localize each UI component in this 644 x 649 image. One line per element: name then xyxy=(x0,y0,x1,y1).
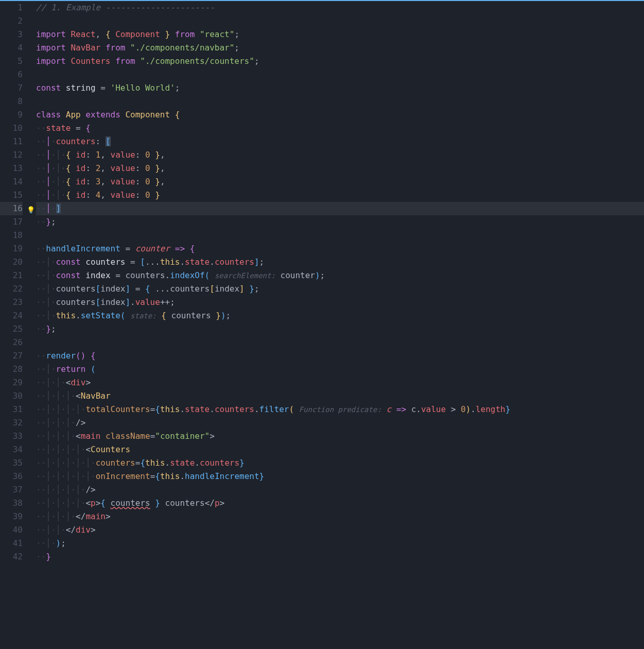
line-number: 2 xyxy=(0,14,23,28)
code-line[interactable]: ··state = { xyxy=(36,122,644,135)
line-number: 6 xyxy=(0,68,23,81)
line-number: 7 xyxy=(0,81,23,95)
code-line[interactable]: ··│·counters[index] = { ...counters[inde… xyxy=(36,282,644,296)
line-number: 28 xyxy=(0,363,23,376)
code-line[interactable]: ··│·const counters = [...this.state.coun… xyxy=(36,255,644,269)
code-line[interactable] xyxy=(36,14,644,28)
code-line[interactable]: ··} xyxy=(36,550,644,563)
code-line[interactable]: ··│·│·│·│·/> xyxy=(36,483,644,497)
line-number: 37 xyxy=(0,483,23,497)
code-line[interactable]: class App extends Component { xyxy=(36,108,644,122)
line-number: 13 xyxy=(0,162,23,175)
line-number: 22 xyxy=(0,282,23,296)
line-number: 16 xyxy=(0,202,23,215)
code-line[interactable]: ··│·return ( xyxy=(36,363,644,376)
line-number: 3 xyxy=(0,28,23,41)
code-line[interactable]: ··│·│·│·│·│·counters={this.state.counter… xyxy=(36,456,644,470)
code-line[interactable]: ··}; xyxy=(36,322,644,336)
code-line[interactable] xyxy=(36,336,644,349)
line-number: 11 xyxy=(0,135,23,148)
code-line[interactable]: ··}; xyxy=(36,215,644,229)
line-number: 9 xyxy=(0,108,23,122)
line-number: 40 xyxy=(0,523,23,537)
line-number: 4 xyxy=(0,41,23,55)
line-number: 36 xyxy=(0,470,23,483)
line-number: 34 xyxy=(0,443,23,456)
code-line[interactable] xyxy=(36,229,644,242)
line-number: 35 xyxy=(0,456,23,470)
code-line[interactable]: ··│·│·│·│·<Counters xyxy=(36,443,644,456)
code-line[interactable] xyxy=(36,95,644,108)
line-number: 10 xyxy=(0,122,23,135)
line-number: 31 xyxy=(0,403,23,416)
line-number: 27 xyxy=(0,349,23,363)
line-number: 24 xyxy=(0,309,23,322)
code-line[interactable]: ··│·this.setState( state: { counters }); xyxy=(36,309,644,322)
code-line[interactable]: ··│·│·│·<main className="container"> xyxy=(36,430,644,443)
line-number: 21 xyxy=(0,269,23,282)
line-number: 15 xyxy=(0,189,23,202)
code-line[interactable]: ··│·│·{ id: 2, value: 0 }, xyxy=(36,162,644,175)
line-number: 18 xyxy=(0,229,23,242)
code-line[interactable]: ··│·│·│·<NavBar xyxy=(36,389,644,403)
line-number: 29 xyxy=(0,376,23,389)
code-line[interactable]: const string = 'Hello World'; xyxy=(36,81,644,95)
code-line[interactable]: ··│·counters[index].value++; xyxy=(36,296,644,309)
line-number: 33 xyxy=(0,430,23,443)
line-number: 25 xyxy=(0,322,23,336)
code-line[interactable]: ··│·│·{ id: 3, value: 0 }, xyxy=(36,175,644,189)
line-number: 30 xyxy=(0,389,23,403)
code-line[interactable]: import React, { Component } from "react"… xyxy=(36,28,644,41)
code-line[interactable] xyxy=(36,68,644,81)
code-line[interactable]: ··render() { xyxy=(36,349,644,363)
line-number: 38 xyxy=(0,497,23,510)
code-line[interactable]: ··handleIncrement = counter => { xyxy=(36,242,644,255)
code-line[interactable]: ··│·│·│·│·<p>{ counters } counters</p> xyxy=(36,497,644,510)
line-number: 39 xyxy=(0,510,23,523)
code-line[interactable]: ··│·│·{ id: 1, value: 0 }, xyxy=(36,148,644,162)
line-number: 26 xyxy=(0,336,23,349)
code-line[interactable]: import NavBar from "./components/navbar"… xyxy=(36,41,644,55)
code-line[interactable]: ··│·│·│·</main> xyxy=(36,510,644,523)
lightbulb-icon[interactable]: 💡 xyxy=(27,203,35,217)
line-number-gutter: 1234567891011121314151617181920212223242… xyxy=(0,0,36,649)
code-line[interactable]: ··│·│·│·/> xyxy=(36,416,644,430)
code-line[interactable]: ··│·│·{ id: 4, value: 0 } xyxy=(36,189,644,202)
line-number: 19 xyxy=(0,242,23,255)
line-number: 23 xyxy=(0,296,23,309)
code-content[interactable]: // 1. Example ----------------------impo… xyxy=(36,0,644,649)
line-number: 42 xyxy=(0,550,23,563)
code-line[interactable]: // 1. Example ---------------------- xyxy=(36,1,644,14)
line-number: 32 xyxy=(0,416,23,430)
line-number: 17 xyxy=(0,215,23,229)
code-line[interactable]: ··│·│·│·│·│·onIncrement={this.handleIncr… xyxy=(36,470,644,483)
line-number: 41 xyxy=(0,537,23,550)
code-line[interactable]: 💡··│·] xyxy=(36,202,644,215)
code-line[interactable]: ··│·│·<div> xyxy=(36,376,644,389)
line-number: 1 xyxy=(0,1,23,14)
code-editor[interactable]: 1234567891011121314151617181920212223242… xyxy=(0,0,644,649)
code-line[interactable]: ··│·│·</div> xyxy=(36,523,644,537)
line-number: 12 xyxy=(0,148,23,162)
code-line[interactable]: ··│·counters: [ xyxy=(36,135,644,148)
line-number: 8 xyxy=(0,95,23,108)
line-number: 14 xyxy=(0,175,23,189)
code-line[interactable]: ··│·│·│·│·totalCounters={this.state.coun… xyxy=(36,403,644,416)
code-line[interactable]: import Counters from "./components/count… xyxy=(36,55,644,68)
line-number: 5 xyxy=(0,55,23,68)
code-line[interactable]: ··│·const index = counters.indexOf( sear… xyxy=(36,269,644,282)
code-line[interactable]: ··│·); xyxy=(36,537,644,550)
line-number: 20 xyxy=(0,255,23,269)
